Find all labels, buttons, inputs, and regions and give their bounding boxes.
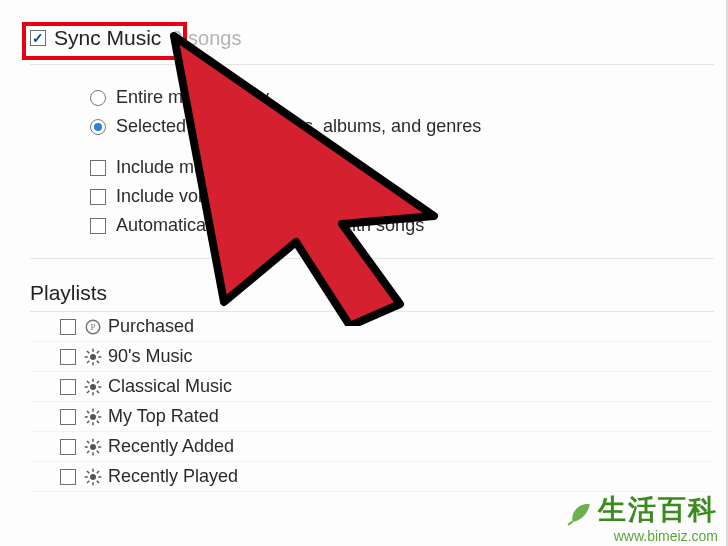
- svg-line-28: [97, 411, 99, 413]
- checkbox-icon: [60, 409, 76, 425]
- svg-line-10: [97, 351, 99, 353]
- svg-line-16: [87, 381, 89, 383]
- playlist-row[interactable]: My Top Rated: [30, 402, 714, 432]
- checkbox-icon: [90, 189, 106, 205]
- watermark: 生活百科 www.bimeiz.com: [552, 491, 728, 546]
- svg-point-20: [90, 414, 96, 420]
- checkbox-icon: [60, 469, 76, 485]
- playlists-heading: Playlists: [0, 259, 728, 311]
- svg-line-36: [87, 450, 89, 452]
- checkbox-icon: [60, 349, 76, 365]
- gear-icon: [84, 378, 102, 396]
- playlist-row[interactable]: 90's Music: [30, 342, 714, 372]
- svg-line-17: [97, 390, 99, 392]
- check-label: Include music videos: [116, 157, 283, 178]
- checkbox-icon: [90, 218, 106, 234]
- leaf-icon: [566, 500, 592, 530]
- svg-line-35: [97, 450, 99, 452]
- radio-label: Entire music library: [116, 87, 269, 108]
- svg-line-37: [97, 441, 99, 443]
- svg-line-45: [87, 480, 89, 482]
- radio-label: Selected playlists, artists, albums, and…: [116, 116, 481, 137]
- purchased-icon: P: [84, 318, 102, 336]
- watermark-url: www.bimeiz.com: [566, 529, 718, 544]
- check-include-videos[interactable]: Include music videos: [90, 153, 714, 182]
- radio-entire-library[interactable]: Entire music library: [90, 83, 714, 112]
- svg-line-18: [87, 390, 89, 392]
- playlist-label: Classical Music: [108, 376, 232, 397]
- svg-line-34: [87, 441, 89, 443]
- checkbox-icon: [60, 319, 76, 335]
- watermark-title: 生活百科: [598, 494, 718, 525]
- playlist-row[interactable]: Classical Music: [30, 372, 714, 402]
- svg-point-29: [90, 444, 96, 450]
- check-include-voice-memos[interactable]: Include voice memos: [90, 182, 714, 211]
- playlist-label: Recently Added: [108, 436, 234, 457]
- playlist-label: Recently Played: [108, 466, 238, 487]
- svg-line-7: [87, 351, 89, 353]
- svg-line-9: [87, 360, 89, 362]
- sync-music-checkbox[interactable]: [30, 30, 46, 46]
- svg-point-11: [90, 384, 96, 390]
- gear-icon: [84, 408, 102, 426]
- svg-line-46: [97, 471, 99, 473]
- svg-line-8: [97, 360, 99, 362]
- check-label: Include voice memos: [116, 186, 285, 207]
- playlist-label: 90's Music: [108, 346, 192, 367]
- playlist-row-purchased[interactable]: P Purchased: [30, 312, 714, 342]
- radio-selected-playlists[interactable]: Selected playlists, artists, albums, and…: [90, 112, 714, 141]
- playlist-row[interactable]: Recently Added: [30, 432, 714, 462]
- playlist-label: Purchased: [108, 316, 194, 337]
- svg-line-26: [97, 420, 99, 422]
- playlist-label: My Top Rated: [108, 406, 219, 427]
- gear-icon: [84, 468, 102, 486]
- checkbox-icon: [60, 379, 76, 395]
- svg-line-27: [87, 420, 89, 422]
- playlist-row[interactable]: Recently Played: [30, 462, 714, 492]
- svg-line-19: [97, 381, 99, 383]
- checkbox-icon: [90, 160, 106, 176]
- svg-line-43: [87, 471, 89, 473]
- radio-icon: [90, 90, 106, 106]
- radio-icon: [90, 119, 106, 135]
- svg-line-44: [97, 480, 99, 482]
- svg-text:P: P: [90, 322, 95, 332]
- check-autofill-songs[interactable]: Automatically fill free space with songs: [90, 211, 714, 240]
- svg-line-25: [87, 411, 89, 413]
- svg-point-2: [90, 354, 96, 360]
- sync-music-title: Sync Music: [54, 26, 161, 50]
- sync-music-count: 0 songs: [171, 27, 241, 50]
- checkbox-icon: [60, 439, 76, 455]
- gear-icon: [84, 438, 102, 456]
- check-label: Automatically fill free space with songs: [116, 215, 424, 236]
- gear-icon: [84, 348, 102, 366]
- svg-point-38: [90, 474, 96, 480]
